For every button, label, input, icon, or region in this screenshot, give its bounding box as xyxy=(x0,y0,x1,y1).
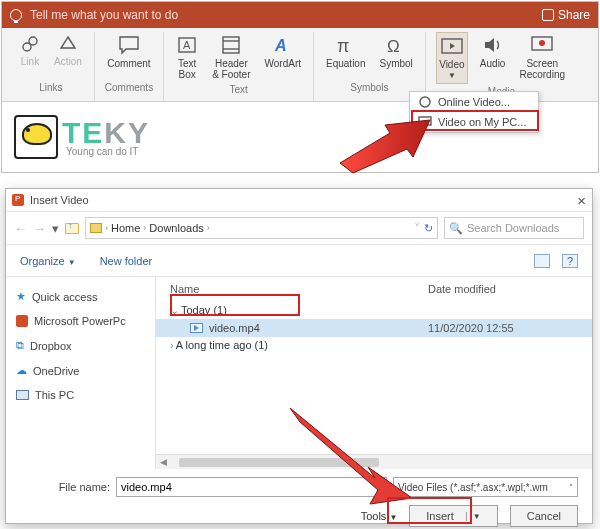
insert-label: Insert xyxy=(426,510,454,522)
crumb-downloads[interactable]: Downloads xyxy=(149,222,203,234)
filename-label: File name: xyxy=(20,481,110,493)
group-comments: Comment Comments xyxy=(95,32,164,101)
teky-logo: TEKY Young can do IT xyxy=(14,115,150,159)
wordart-button[interactable]: A WordArt xyxy=(263,32,304,71)
refresh-button[interactable]: ↻ xyxy=(424,222,433,235)
filter-text: Video Files (*.asf;*.asx;*.wpl;*.wm xyxy=(398,482,548,493)
file-date: 11/02/2020 12:55 xyxy=(428,322,578,334)
equation-label: Equation xyxy=(326,58,365,69)
tell-me-search[interactable] xyxy=(30,8,542,22)
wordart-label: WordArt xyxy=(265,58,302,69)
cloud-icon: ☁ xyxy=(16,364,27,377)
equation-button[interactable]: π Equation xyxy=(324,32,367,71)
cancel-button[interactable]: Cancel xyxy=(510,505,578,527)
group-title-comments: Comments xyxy=(105,80,153,97)
logo-green: TE xyxy=(62,116,104,149)
dialog-titlebar: Insert Video × xyxy=(6,189,592,211)
svg-text:Ω: Ω xyxy=(387,37,400,56)
screen-label: Screen Recording xyxy=(519,58,565,80)
tree-powerpoint[interactable]: Microsoft PowerPc xyxy=(12,312,149,330)
insert-split-dropdown[interactable]: ▼ xyxy=(466,512,481,521)
tree-onedrive[interactable]: ☁OneDrive xyxy=(12,361,149,380)
organize-button[interactable]: Organize ▼ xyxy=(20,255,76,267)
chevron-down-icon: ▼ xyxy=(448,72,456,81)
group-title-links: Links xyxy=(18,80,84,97)
help-button[interactable]: ? xyxy=(562,254,578,268)
recent-button[interactable]: ▾ xyxy=(52,221,59,236)
col-name[interactable]: Name xyxy=(170,283,428,295)
globe-icon xyxy=(418,96,432,108)
share-button[interactable]: Share xyxy=(542,8,590,22)
svg-point-15 xyxy=(420,97,430,107)
file-filter-select[interactable]: Video Files (*.asf;*.asx;*.wpl;*.wm˅ xyxy=(393,477,578,497)
online-video-label: Online Video... xyxy=(438,96,510,108)
dropbox-icon: ⧉ xyxy=(16,339,24,352)
search-placeholder: Search Downloads xyxy=(467,222,559,234)
tree-dropbox[interactable]: ⧉Dropbox xyxy=(12,336,149,355)
star-icon: ★ xyxy=(16,290,26,303)
close-button[interactable]: × xyxy=(577,192,586,209)
svg-point-1 xyxy=(29,37,37,45)
svg-text:π: π xyxy=(337,36,349,56)
header-footer-button[interactable]: Header & Footer xyxy=(210,32,252,82)
audio-label: Audio xyxy=(480,58,506,69)
svg-text:A: A xyxy=(274,37,287,54)
audio-button[interactable]: Audio xyxy=(478,32,508,71)
svg-rect-5 xyxy=(223,37,239,53)
group-title-symbols: Symbols xyxy=(324,80,415,97)
video-button[interactable]: Video ▼ xyxy=(436,32,468,84)
tree-quick-access[interactable]: ★Quick access xyxy=(12,287,149,306)
group-text: A Text Box Header & Footer A WordArt Tex… xyxy=(164,32,314,101)
dialog-title: Insert Video xyxy=(30,194,89,206)
video-file-icon xyxy=(190,323,203,333)
symbol-button[interactable]: Ω Symbol xyxy=(378,32,415,71)
share-label: Share xyxy=(558,8,590,22)
tree-this-pc[interactable]: This PC xyxy=(12,386,149,404)
nav-bar: ← → ▾ › Home › Downloads › ˅ ↻ 🔍 Search … xyxy=(6,211,592,245)
titlebar: Share xyxy=(2,2,598,28)
col-date[interactable]: Date modified xyxy=(428,283,578,295)
new-folder-button[interactable]: New folder xyxy=(100,255,153,267)
search-box[interactable]: 🔍 Search Downloads xyxy=(444,217,584,239)
file-name-label: video.mp4 xyxy=(209,322,260,334)
pp-icon xyxy=(16,315,28,327)
view-button[interactable] xyxy=(534,254,550,268)
action-label: Action xyxy=(54,56,82,67)
textbox-button[interactable]: A Text Box xyxy=(174,32,200,82)
action-button[interactable]: Action xyxy=(52,32,84,69)
svg-marker-12 xyxy=(450,43,455,49)
duck-icon xyxy=(14,115,58,159)
group-title-text: Text xyxy=(174,82,303,99)
video-label: Video xyxy=(439,59,464,70)
file-row-video[interactable]: video.mp4 11/02/2020 12:55 xyxy=(156,319,592,337)
insert-button[interactable]: Insert ▼ xyxy=(409,505,497,527)
screen-recording-button[interactable]: Screen Recording xyxy=(517,32,567,82)
video-my-pc-label: Video on My PC... xyxy=(438,116,526,128)
search-icon: 🔍 xyxy=(449,222,463,235)
svg-marker-2 xyxy=(61,37,75,48)
list-header[interactable]: Name Date modified xyxy=(156,277,592,302)
tools-button[interactable]: Tools ▼ xyxy=(361,510,398,522)
online-video-item[interactable]: Online Video... xyxy=(410,92,538,112)
link-label: Link xyxy=(21,56,39,67)
logo-slogan: Young can do IT xyxy=(66,146,150,157)
group-today[interactable]: ⌄Today (1) xyxy=(156,302,592,319)
svg-point-14 xyxy=(539,40,545,46)
annotation-arrow-1 xyxy=(335,115,435,175)
comment-button[interactable]: Comment xyxy=(105,32,152,71)
lightbulb-icon xyxy=(10,9,22,21)
symbol-label: Symbol xyxy=(380,58,413,69)
back-button[interactable]: ← xyxy=(14,221,27,236)
crumb-home[interactable]: Home xyxy=(111,222,140,234)
annotation-arrow-2 xyxy=(280,400,420,510)
link-button[interactable]: Link xyxy=(18,32,42,69)
up-button[interactable] xyxy=(65,223,79,234)
svg-marker-17 xyxy=(340,120,430,173)
textbox-label: Text Box xyxy=(178,58,196,80)
address-bar[interactable]: › Home › Downloads › ˅ ↻ xyxy=(85,217,438,239)
crumb-dropdown[interactable]: ˅ xyxy=(414,221,421,236)
header-label: Header & Footer xyxy=(212,58,250,80)
dialog-toolbar: Organize ▼ New folder ? xyxy=(6,245,592,277)
group-long-ago[interactable]: ›A long time ago (1) xyxy=(156,337,592,353)
forward-button[interactable]: → xyxy=(33,221,46,236)
